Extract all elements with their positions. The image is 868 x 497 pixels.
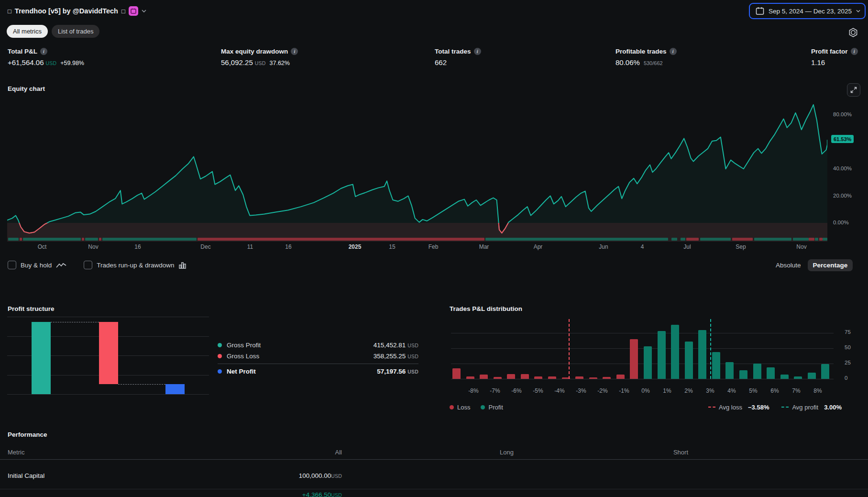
y-tick-label: 80.00% (833, 111, 852, 117)
x-tick-label: Jun (599, 243, 608, 250)
legend-row-gross-loss: Gross Loss 358,255.25USD (218, 351, 418, 362)
column-long: Long (418, 449, 514, 456)
strategy-title: Trendhoo [v5] by @DaviddTech (15, 7, 118, 15)
histogram-bar-loss (534, 376, 542, 379)
x-tick-label: -6% (511, 387, 521, 394)
distribution-legend: Loss Profit Avg loss −3.58% Avg profit 3… (450, 403, 842, 411)
x-tick-label: -7% (490, 387, 500, 394)
y-tick-label: 0 (845, 375, 847, 381)
histogram-bar-loss (521, 374, 529, 379)
x-tick-label: Dec (200, 243, 210, 250)
strip-segment-short (732, 238, 753, 241)
last-value-badge: 61.53% (831, 135, 854, 143)
histogram-bar-profit (712, 352, 720, 379)
histogram-bar-profit (644, 346, 652, 379)
metric-percent: +59.98% (60, 60, 84, 66)
gross-profit-bar (32, 322, 51, 394)
histogram-bar-loss (452, 368, 461, 379)
x-tick-label: Nov (796, 243, 806, 250)
histogram-bar-loss (616, 375, 625, 379)
strip-segment-short (686, 238, 699, 241)
trades-runup-checkbox[interactable] (84, 261, 92, 269)
percentage-option[interactable]: Percentage (808, 259, 853, 271)
info-icon[interactable]: i (670, 48, 677, 55)
avg-profit-line (710, 319, 711, 379)
gridline (451, 333, 834, 333)
buy-hold-checkbox[interactable] (8, 261, 16, 269)
x-tick-label: 11 (247, 243, 253, 250)
gridline (451, 364, 834, 364)
buy-hold-label: Buy & hold (21, 262, 52, 269)
histogram-bar-loss (466, 376, 474, 379)
metric-label: Total P&L (8, 48, 37, 55)
strip-segment-short (809, 238, 814, 241)
strip-segment-short (82, 238, 84, 241)
equity-chart-title: Equity chart (8, 85, 45, 92)
connector-dash (51, 322, 99, 322)
settings-gear-icon[interactable] (847, 26, 859, 39)
histogram-bar-profit (698, 330, 706, 379)
connector-dash (118, 384, 165, 385)
metric-value: 662 (435, 58, 447, 66)
legend-loss: Loss (450, 404, 470, 411)
legend-divider (218, 364, 418, 364)
x-tick-label: Mar (479, 243, 489, 250)
profit-structure-chart[interactable] (7, 314, 209, 396)
strip-segment-long (754, 238, 791, 241)
info-icon[interactable]: i (40, 48, 47, 55)
metric-total-pnl: Total P&Li +61,564.06USD+59.98% (8, 48, 84, 66)
y-tick-label: 0.00% (833, 220, 849, 225)
tab-list-of-trades[interactable]: List of trades (52, 25, 99, 38)
table-row-divider (0, 489, 868, 489)
avg-loss-dash-icon (708, 407, 715, 408)
x-tick-label: 7% (792, 387, 800, 394)
x-tick-label: Feb (429, 243, 439, 250)
legend-profit: Profit (481, 404, 503, 411)
histogram-bar-loss (589, 377, 597, 379)
metric-percent: 37.62% (270, 60, 290, 66)
column-metric: Metric (8, 449, 24, 456)
loss-dot (450, 405, 454, 409)
distribution-histogram[interactable] (451, 318, 834, 379)
buy-hold-toggle[interactable]: Buy & hold (8, 261, 66, 269)
info-icon[interactable]: i (851, 48, 858, 55)
equity-chart-plot[interactable] (7, 98, 827, 242)
date-range-picker[interactable]: Sep 5, 2024 — Dec 23, 2025 (749, 3, 866, 19)
gridline (451, 348, 834, 349)
profit-structure-title: Profit structure (8, 305, 55, 312)
strip-segment-long (815, 238, 818, 241)
x-tick-label: 2025 (349, 243, 362, 250)
absolute-option[interactable]: Absolute (776, 262, 801, 269)
x-tick-label: -4% (554, 387, 564, 394)
perf-row-value-all: 100,000.00USD (246, 472, 342, 479)
strip-segment-long (8, 238, 19, 241)
x-tick-label: Oct (38, 243, 47, 250)
avg-profit-legend: Avg profit 3.00% (781, 404, 842, 411)
x-tick-label: -3% (576, 387, 586, 394)
x-tick-label: 8% (813, 387, 822, 394)
x-tick-label: Apr (534, 243, 543, 250)
strip-segment-long (85, 238, 98, 241)
equity-y-axis: 80.00%40.00%20.00%0.00%61.53% (833, 98, 867, 242)
tab-all-metrics[interactable]: All metrics (7, 25, 48, 38)
histogram-bar-profit (794, 376, 802, 379)
info-icon[interactable]: i (474, 48, 481, 55)
trades-runup-toggle[interactable]: Trades run-up & drawdown (84, 261, 186, 269)
x-tick-label: -1% (619, 387, 629, 394)
info-icon[interactable]: i (291, 48, 298, 55)
expand-chart-icon[interactable] (847, 83, 860, 97)
strategy-calendar-icon (129, 6, 138, 16)
distribution-x-axis: -8%-7%-6%-5%-4%-3%-2%-1%0%1%2%3%4%5%6%7%… (451, 387, 838, 394)
gridline (451, 379, 834, 379)
strategy-title-menu[interactable]: □ Trendhoo [v5] by @DaviddTech □ (8, 5, 146, 17)
strip-segment-long (671, 238, 677, 241)
avg-loss-value: −3.58% (748, 404, 769, 411)
gridline (7, 394, 209, 395)
metric-label: Max equity drawdown (221, 48, 288, 55)
equity-x-axis: OctNov16Dec1116202515FebMarAprJun4JulSep… (7, 243, 827, 251)
metric-value: +61,564.06 (8, 58, 44, 66)
strip-segment-long (700, 238, 731, 241)
x-tick-label: Sep (736, 243, 746, 250)
histogram-bar-profit (658, 331, 666, 379)
distribution-title: Trades P&L distribution (450, 305, 522, 312)
